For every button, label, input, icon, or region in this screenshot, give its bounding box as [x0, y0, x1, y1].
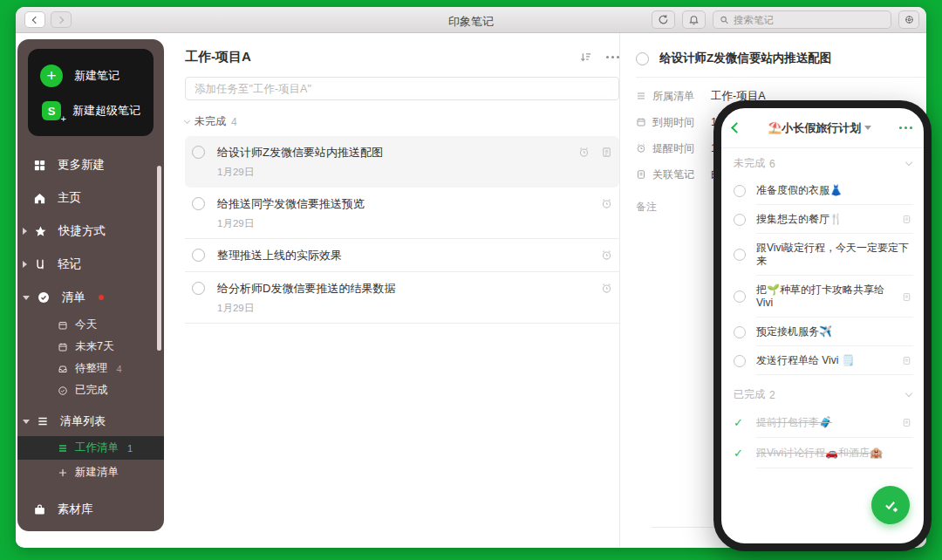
- incomplete-section-header[interactable]: 未完成 4: [185, 114, 619, 129]
- task-row[interactable]: 整理推送上线的实际效果: [185, 239, 619, 272]
- task-checkbox[interactable]: [192, 249, 205, 262]
- new-list-label: 新建清单: [75, 465, 119, 480]
- sidebar-item-to-sort[interactable]: 待整理 4: [17, 358, 164, 379]
- phone-done-row[interactable]: ✓ 提前打包行李🧳: [721, 407, 924, 438]
- reminder-icon: [578, 147, 590, 158]
- task-row[interactable]: 给分析师D发微信要推送的结果数据 1月29日: [185, 272, 619, 324]
- checklist-label: 清单: [62, 290, 85, 305]
- today-label: 今天: [75, 318, 97, 332]
- phone-todo-row[interactable]: 搜集想去的餐厅🍴: [721, 205, 924, 234]
- search-input[interactable]: [734, 15, 884, 25]
- sidebar-item-shortcuts[interactable]: 快捷方式: [17, 215, 164, 248]
- note-icon: [902, 215, 911, 224]
- task-checkbox[interactable]: [192, 197, 205, 210]
- reminder-icon: [601, 198, 612, 209]
- todo-checkbox[interactable]: [734, 355, 746, 367]
- phone-todo-row[interactable]: 把🌱种草的打卡攻略共享给 Vivi: [721, 276, 924, 318]
- list-group-label: 清单列表: [60, 413, 106, 429]
- sidebar-item-more-new[interactable]: 更多新建: [17, 148, 164, 181]
- phone-incomplete-header[interactable]: 未完成 6: [721, 148, 924, 176]
- phone-done-row[interactable]: ✓ 跟Vivi讨论行程🚗和酒店🏨: [721, 438, 924, 468]
- sidebar-item-next7days[interactable]: 未来7天: [17, 336, 164, 358]
- sidebar-item-new-list[interactable]: 新建清单: [17, 461, 164, 483]
- task-date: 1月29日: [217, 302, 601, 315]
- sidebar-item-checklist[interactable]: 清单: [17, 281, 164, 314]
- add-task-box[interactable]: [185, 77, 619, 100]
- chevron-icon: [184, 117, 190, 123]
- new-super-note-button[interactable]: 新建超级笔记: [28, 94, 154, 127]
- new-note-button[interactable]: 新建笔记: [28, 58, 154, 94]
- task-title: 给推送同学发微信要推送预览: [217, 196, 601, 212]
- todo-checkbox[interactable]: [734, 290, 746, 303]
- list-title: 工作-项目A: [185, 49, 579, 65]
- field-label: 所属清单: [652, 89, 694, 104]
- sync-button[interactable]: [652, 10, 675, 29]
- list-icon: [37, 415, 49, 427]
- done-text: 提前打包行李🧳: [756, 415, 897, 430]
- completed-icon: [58, 386, 68, 396]
- note-icon: [902, 356, 911, 365]
- caret-down-icon: [23, 296, 30, 300]
- task-checkbox[interactable]: [192, 282, 205, 295]
- sidebar: 新建笔记 新建超级笔记 更多新建 主页 快捷方式: [17, 39, 164, 531]
- gear-icon: [904, 14, 915, 25]
- notifications-button[interactable]: [682, 10, 706, 29]
- caret-right-icon: [23, 261, 27, 268]
- add-task-input[interactable]: [195, 83, 610, 95]
- sync-icon: [658, 14, 669, 25]
- reminder-icon: [601, 249, 612, 261]
- plus-circle-icon: [40, 65, 63, 87]
- phone-completed-header[interactable]: 已完成 2: [721, 375, 924, 407]
- task-row[interactable]: 给推送同学发微信要推送预览 1月29日: [185, 188, 619, 239]
- home-label: 主页: [58, 190, 81, 206]
- work-list-label: 工作清单: [75, 440, 119, 455]
- todo-checkbox[interactable]: [734, 326, 746, 338]
- todo-text: 搜集想去的餐厅🍴: [756, 213, 897, 226]
- todo-text: 预定接机服务✈️: [756, 325, 911, 338]
- inbox-icon: [58, 364, 68, 374]
- sidebar-item-today[interactable]: 今天: [17, 314, 164, 336]
- todo-checkbox[interactable]: [734, 214, 746, 226]
- add-todo-fab[interactable]: [871, 486, 910, 524]
- chevron-down-icon: [905, 390, 912, 397]
- phone-todo-row[interactable]: 准备度假的衣服👗: [721, 176, 924, 205]
- done-text: 跟Vivi讨论行程🚗和酒店🏨: [756, 446, 911, 461]
- todo-text: 把🌱种草的打卡攻略共享给 Vivi: [756, 283, 897, 310]
- reminder-icon: [636, 143, 646, 154]
- todo-checkbox[interactable]: [734, 185, 746, 197]
- sidebar-scrollbar[interactable]: [157, 166, 161, 351]
- sidebar-item-list-group[interactable]: 清单列表: [17, 408, 164, 434]
- phone-mockup: ⛱️小长假旅行计划 未完成 6 准备度假的衣服👗 搜集想去的餐厅🍴 跟Vivi敲…: [713, 100, 932, 551]
- task-checkbox[interactable]: [192, 146, 205, 159]
- phone-section-label: 未完成: [734, 156, 765, 171]
- note-icon: [636, 169, 646, 180]
- todo-checkbox[interactable]: [734, 249, 746, 261]
- settings-button[interactable]: [898, 10, 919, 29]
- titlebar: 印象笔记: [16, 7, 926, 33]
- task-row[interactable]: 给设计师Z发微信要站内推送配图 1月29日: [185, 136, 619, 188]
- sidebar-item-home[interactable]: 主页: [17, 181, 164, 215]
- plus-icon: [58, 468, 68, 478]
- task-list-panel: 工作-项目A 未完成 4 给设计师Z发微信要站内推送配图: [185, 39, 619, 324]
- phone-todo-row[interactable]: 预定接机服务✈️: [721, 318, 924, 346]
- phone-todo-row[interactable]: 发送行程单给 Vivi 🗒️: [721, 346, 924, 375]
- more-options-button[interactable]: [606, 56, 619, 58]
- caret-right-icon: [23, 228, 27, 235]
- phone-todo-row[interactable]: 跟Vivi敲定行程，今天一定要定下来: [721, 234, 924, 276]
- sort-icon[interactable]: [579, 51, 592, 64]
- sidebar-item-completed[interactable]: 已完成: [17, 379, 164, 401]
- light-note-icon: [34, 258, 46, 270]
- sidebar-item-materials[interactable]: 素材库: [17, 495, 164, 523]
- search-box[interactable]: [713, 10, 891, 29]
- sidebar-item-work-list[interactable]: 工作清单 1: [17, 436, 164, 460]
- phone-more-button[interactable]: [899, 126, 913, 130]
- phone-list-title[interactable]: ⛱️小长假旅行计划: [741, 120, 899, 136]
- sidebar-item-all-notes[interactable]: 全部笔记: [17, 530, 164, 531]
- reminder-icon: [601, 283, 612, 294]
- task-date: 1月29日: [217, 217, 601, 230]
- note-icon: [601, 147, 612, 158]
- check-icon: ✓: [734, 447, 746, 460]
- light-notes-label: 轻记: [58, 256, 81, 272]
- detail-checkbox[interactable]: [636, 52, 649, 65]
- sidebar-item-light-notes[interactable]: 轻记: [17, 248, 164, 281]
